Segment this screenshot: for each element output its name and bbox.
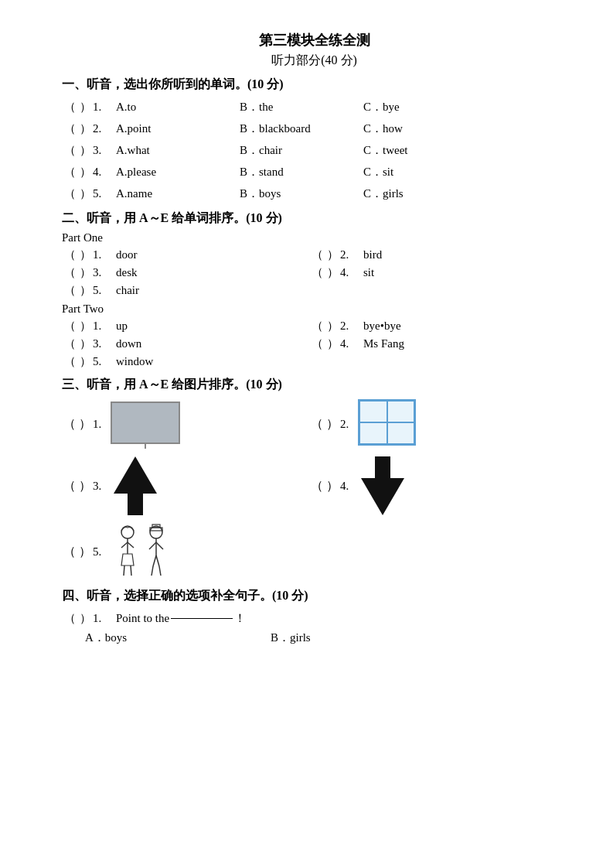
window-image bbox=[358, 399, 416, 449]
page-title: 第三模块全练全测 bbox=[62, 31, 567, 50]
col-right: （） 2. bird bbox=[309, 248, 526, 262]
option-c: C．bye bbox=[363, 97, 456, 116]
option-c: C．girls bbox=[363, 184, 456, 203]
svg-line-4 bbox=[124, 566, 124, 576]
q-num: 4. bbox=[93, 162, 116, 181]
option-b: B．girls bbox=[271, 630, 456, 645]
part-two-row: （） 1. up （） 2. bye•bye bbox=[62, 319, 567, 333]
part-two-label: Part Two bbox=[62, 302, 567, 316]
paren: ） bbox=[77, 97, 93, 116]
paren: ） bbox=[77, 141, 93, 159]
svg-line-3 bbox=[128, 542, 134, 548]
paren: （ bbox=[62, 184, 77, 203]
paren: ） bbox=[77, 119, 93, 138]
paren: （ bbox=[62, 119, 77, 138]
paren: （ bbox=[62, 162, 77, 181]
col-right: （） 2. bye•bye bbox=[309, 319, 526, 333]
svg-line-10 bbox=[149, 542, 156, 549]
image-row: （ ） 1. （ ） 2. bbox=[62, 399, 567, 449]
q-num: 3. bbox=[93, 141, 116, 159]
col-left: （） 1. door bbox=[62, 248, 309, 262]
col-left: （） 5. chair bbox=[62, 283, 309, 298]
paren: （ bbox=[62, 97, 77, 116]
svg-line-13 bbox=[156, 555, 159, 566]
option-c: C．how bbox=[363, 119, 456, 138]
col-left: （） 1. up bbox=[62, 319, 309, 333]
image-row: （ ） 3. （ ） 4. bbox=[62, 456, 567, 515]
col-left: （） 3. down bbox=[62, 337, 309, 351]
q-num: 1. bbox=[93, 97, 116, 116]
paren: ） bbox=[77, 162, 93, 181]
svg-line-14 bbox=[152, 566, 153, 576]
paren: （ bbox=[62, 141, 77, 159]
image-item-5: （ ） 5. bbox=[62, 523, 309, 580]
q-num: 5. bbox=[93, 184, 116, 203]
people-svg bbox=[114, 523, 175, 577]
option-c: C．tweet bbox=[363, 141, 456, 159]
option-a: A.please bbox=[116, 162, 240, 181]
option-b: B．stand bbox=[240, 162, 363, 181]
svg-line-11 bbox=[156, 542, 163, 549]
option-b: B．boys bbox=[240, 184, 363, 203]
option-b: B．blackboard bbox=[240, 119, 363, 138]
question-row: （ ） 3. A.what B．chair C．tweet bbox=[62, 141, 567, 159]
image-item-1: （ ） 1. bbox=[62, 402, 309, 447]
fill-blank bbox=[171, 618, 233, 619]
paren: ） bbox=[77, 184, 93, 203]
option-a: A.point bbox=[116, 119, 240, 138]
arrow-up-shape bbox=[114, 456, 157, 515]
question-row: （ ） 1. A.to B．the C．bye bbox=[62, 97, 567, 116]
subtitle: 听力部分(40 分) bbox=[62, 53, 567, 69]
section3-title: 三、听音，用 A～E 给图片排序。(10 分) bbox=[62, 377, 567, 393]
svg-line-2 bbox=[121, 542, 128, 548]
section4-q1: （ ） 1. Point to the ！ bbox=[62, 609, 567, 627]
section1-questions: （ ） 1. A.to B．the C．bye （ ） 2. A.point B… bbox=[62, 97, 567, 203]
image-item-4: （ ） 4. bbox=[309, 456, 557, 515]
option-c: C．sit bbox=[363, 162, 456, 181]
col-left: （） 5. window bbox=[62, 354, 309, 369]
arrow-down-image bbox=[361, 456, 404, 515]
section2-title: 二、听音，用 A～E 给单词排序。(10 分) bbox=[62, 210, 567, 227]
screen-image bbox=[111, 402, 180, 447]
question-row: （ ） 5. A.name B．boys C．girls bbox=[62, 184, 567, 203]
section4-options: A．boys B．girls bbox=[85, 630, 567, 645]
screen-shape bbox=[111, 402, 180, 444]
window-shape bbox=[358, 399, 416, 446]
svg-line-12 bbox=[153, 555, 156, 566]
people-image bbox=[114, 523, 175, 580]
image-row: （ ） 5. bbox=[62, 523, 567, 580]
image-item-2: （ ） 2. bbox=[309, 399, 557, 449]
svg-line-15 bbox=[159, 566, 161, 576]
part-two-row: （） 3. down （） 4. Ms Fang bbox=[62, 337, 567, 351]
arrow-down-shape bbox=[361, 456, 404, 515]
image-item-3: （ ） 3. bbox=[62, 456, 309, 515]
option-b: B．chair bbox=[240, 141, 363, 159]
arrow-up-image bbox=[114, 456, 157, 515]
part-one-row: （） 1. door （） 2. bird bbox=[62, 248, 567, 262]
section4-title: 四、听音，选择正确的选项补全句子。(10 分) bbox=[62, 588, 567, 604]
option-a: A．boys bbox=[85, 630, 271, 645]
part-one-row: （） 5. chair bbox=[62, 283, 567, 298]
option-a: A.name bbox=[116, 184, 240, 203]
col-right: （） 4. sit bbox=[309, 265, 526, 280]
svg-line-5 bbox=[131, 566, 131, 576]
option-a: A.to bbox=[116, 97, 240, 116]
option-a: A.what bbox=[116, 141, 240, 159]
part-two-row: （） 5. window bbox=[62, 354, 567, 369]
col-right: （） 4. Ms Fang bbox=[309, 337, 526, 351]
part-one-row: （） 3. desk （） 4. sit bbox=[62, 265, 567, 280]
question-row: （ ） 2. A.point B．blackboard C．how bbox=[62, 119, 567, 138]
q-num: 2. bbox=[93, 119, 116, 138]
section1-title: 一、听音，选出你所听到的单词。(10 分) bbox=[62, 77, 567, 93]
section3-images: （ ） 1. （ ） 2. （ ） 3. bbox=[62, 399, 567, 580]
part-one-label: Part One bbox=[62, 231, 567, 244]
option-b: B．the bbox=[240, 97, 363, 116]
col-left: （） 3. desk bbox=[62, 265, 309, 280]
question-row: （ ） 4. A.please B．stand C．sit bbox=[62, 162, 567, 181]
